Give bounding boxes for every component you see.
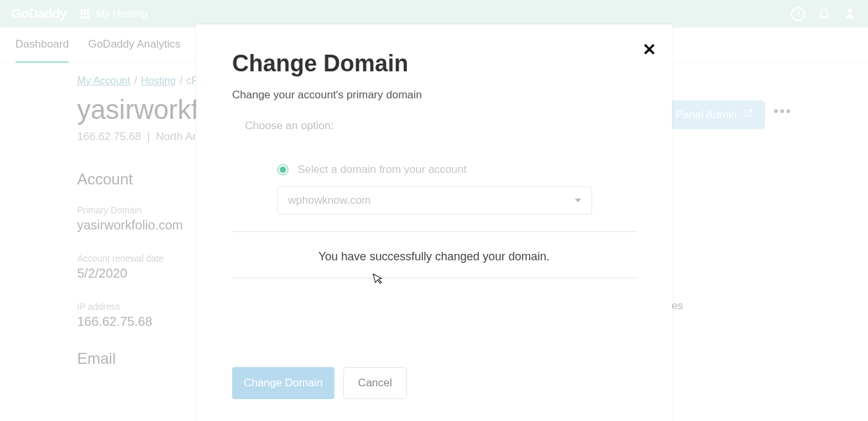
option-label: Select a domain from your account: [298, 163, 467, 176]
radio-selected-icon: [277, 164, 289, 175]
choose-option-label: Choose an option:: [232, 120, 636, 132]
success-message: You have successfully changed your domai…: [232, 250, 636, 264]
close-icon[interactable]: ✕: [642, 40, 656, 60]
change-domain-modal: ✕ Change Domain Change your account's pr…: [196, 24, 672, 421]
option-select-from-account[interactable]: Select a domain from your account: [239, 163, 629, 176]
change-domain-button[interactable]: Change Domain: [232, 367, 334, 399]
domain-select[interactable]: wphowknow.com: [277, 186, 592, 215]
chevron-down-icon: [575, 199, 581, 202]
modal-subtitle: Change your account's primary domain: [232, 89, 636, 102]
domain-select-value: wphowknow.com: [288, 194, 371, 207]
cancel-button[interactable]: Cancel: [343, 367, 407, 399]
modal-title: Change Domain: [232, 50, 636, 77]
